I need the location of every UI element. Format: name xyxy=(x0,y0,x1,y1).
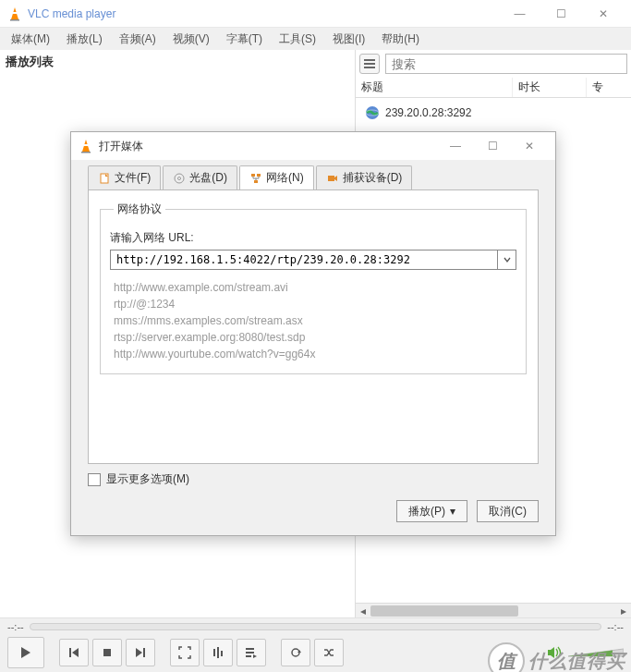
close-button[interactable]: ✕ xyxy=(582,0,624,28)
list-body: 239.20.0.28:3292 xyxy=(356,98,631,128)
col-duration[interactable]: 时长 xyxy=(513,78,587,97)
playlist-title: 播放列表 xyxy=(0,50,355,74)
svg-rect-35 xyxy=(328,176,334,181)
tab-network[interactable]: 网络(N) xyxy=(239,165,314,189)
svg-point-31 xyxy=(178,177,181,179)
dialog-title: 打开媒体 xyxy=(99,139,437,154)
tab-disc[interactable]: 光盘(D) xyxy=(163,165,237,189)
dialog-minimize-button[interactable]: — xyxy=(437,133,474,159)
loop-button[interactable] xyxy=(281,639,310,666)
list-header: 标题 时长 专 xyxy=(356,78,631,98)
minimize-button[interactable]: — xyxy=(499,0,540,28)
seek-bar: --:-- --:-- xyxy=(0,617,631,634)
example-1: http://www.example.com/stream.avi xyxy=(114,279,513,296)
stop-icon xyxy=(101,646,114,659)
next-icon xyxy=(134,646,147,659)
time-elapsed: --:-- xyxy=(7,621,24,632)
dialog-tabs: 文件(F) 光盘(D) 网络(N) 捕获设备(D) xyxy=(71,160,555,189)
scroll-right-icon[interactable]: ▸ xyxy=(616,604,631,618)
chevron-down-icon xyxy=(503,255,512,264)
list-view-icon xyxy=(363,57,376,70)
svg-rect-11 xyxy=(103,649,111,656)
previous-button[interactable] xyxy=(59,639,89,666)
playlist-button[interactable] xyxy=(237,639,266,666)
shuffle-icon xyxy=(322,646,335,659)
disc-icon xyxy=(173,172,186,185)
url-dropdown-button[interactable] xyxy=(497,250,516,269)
stop-button[interactable] xyxy=(92,639,122,666)
menu-media[interactable]: 媒体(M) xyxy=(4,30,57,49)
menu-help[interactable]: 帮助(H) xyxy=(374,30,427,49)
url-prompt: 请输入网络 URL: xyxy=(110,230,516,246)
playlist-icon xyxy=(245,646,258,659)
url-input[interactable] xyxy=(111,253,497,266)
play-icon xyxy=(18,645,33,660)
vlc-logo-icon xyxy=(79,139,93,153)
url-examples: http://www.example.com/stream.avi rtp://… xyxy=(110,279,516,362)
menu-video[interactable]: 视频(V) xyxy=(165,30,217,49)
horizontal-scrollbar[interactable]: ◂ ▸ xyxy=(356,603,631,617)
svg-rect-15 xyxy=(217,647,219,658)
more-options-checkbox[interactable]: 显示更多选项(M) xyxy=(88,471,539,487)
svg-rect-27 xyxy=(81,152,91,153)
time-total: --:-- xyxy=(607,621,624,632)
menu-view[interactable]: 视图(I) xyxy=(325,30,372,49)
example-3: mms://mms.examples.com/stream.asx xyxy=(114,312,513,329)
globe-icon xyxy=(365,105,380,120)
example-4: rtsp://server.example.org:8080/test.sdp xyxy=(114,329,513,346)
play-button[interactable] xyxy=(7,637,44,668)
open-media-dialog: 打开媒体 — ☐ ✕ 文件(F) 光盘(D) 网络(N) 捕获设备(D) 网络协… xyxy=(70,131,556,536)
search-input[interactable] xyxy=(385,54,627,74)
svg-rect-33 xyxy=(257,174,261,177)
tab-file-label: 文件(F) xyxy=(115,170,151,186)
scrollbar-thumb[interactable] xyxy=(370,605,518,617)
svg-rect-4 xyxy=(364,63,375,65)
shuffle-button[interactable] xyxy=(314,639,344,666)
menu-playback[interactable]: 播放(L) xyxy=(59,30,110,49)
menu-tools[interactable]: 工具(S) xyxy=(272,30,323,49)
menu-subtitle[interactable]: 字幕(T) xyxy=(219,30,270,49)
fullscreen-icon xyxy=(178,646,191,659)
svg-rect-3 xyxy=(364,59,375,61)
svg-rect-17 xyxy=(246,648,254,650)
dialog-titlebar: 打开媒体 — ☐ ✕ xyxy=(71,132,555,160)
svg-marker-20 xyxy=(253,654,257,658)
tab-capture-label: 捕获设备(D) xyxy=(343,170,403,186)
watermark-text: 什么值得买 xyxy=(528,649,625,673)
fullscreen-button[interactable] xyxy=(170,639,200,666)
svg-marker-36 xyxy=(334,176,337,181)
file-icon xyxy=(98,172,111,185)
dialog-close-button[interactable]: ✕ xyxy=(511,133,548,159)
svg-rect-13 xyxy=(143,648,145,657)
col-album[interactable]: 专 xyxy=(587,78,631,97)
more-options-label: 显示更多选项(M) xyxy=(106,471,189,487)
tab-file[interactable]: 文件(F) xyxy=(88,165,161,189)
extended-settings-button[interactable] xyxy=(203,639,233,666)
svg-marker-10 xyxy=(72,648,79,657)
menu-audio[interactable]: 音频(A) xyxy=(112,30,164,49)
cancel-button[interactable]: 取消(C) xyxy=(477,500,539,522)
tab-capture[interactable]: 捕获设备(D) xyxy=(316,165,413,189)
col-title[interactable]: 标题 xyxy=(356,78,513,97)
equalizer-icon xyxy=(212,646,224,659)
group-legend: 网络协议 xyxy=(114,202,165,217)
seek-track[interactable] xyxy=(30,623,602,630)
maximize-button[interactable]: ☐ xyxy=(540,0,582,28)
svg-rect-34 xyxy=(254,180,258,183)
view-mode-button[interactable] xyxy=(359,54,380,74)
next-button[interactable] xyxy=(126,639,155,666)
list-item-label: 239.20.0.28:3292 xyxy=(385,106,471,119)
dialog-maximize-button[interactable]: ☐ xyxy=(474,133,511,159)
example-5: http://www.yourtube.com/watch?v=gg64x xyxy=(114,346,513,362)
svg-marker-12 xyxy=(136,648,142,657)
list-item[interactable]: 239.20.0.28:3292 xyxy=(361,104,625,122)
svg-rect-9 xyxy=(69,648,71,657)
play-dropdown-button[interactable]: 播放(P) ▾ xyxy=(396,500,467,522)
dropdown-arrow-icon: ▾ xyxy=(447,505,455,518)
svg-rect-5 xyxy=(364,67,375,68)
scroll-left-icon[interactable]: ◂ xyxy=(356,604,370,618)
tab-disc-label: 光盘(D) xyxy=(189,170,227,186)
svg-rect-2 xyxy=(10,19,19,21)
tab-network-label: 网络(N) xyxy=(266,170,304,186)
window-titlebar: VLC media player — ☐ ✕ xyxy=(0,0,631,28)
